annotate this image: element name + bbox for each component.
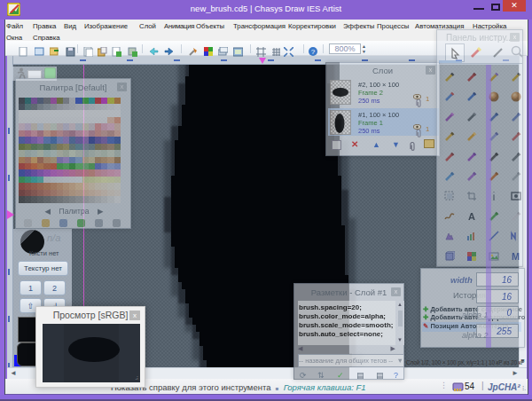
svg-text:A: A [468, 211, 475, 222]
svg-text:?: ? [311, 48, 316, 56]
svg-text:M: M [512, 251, 520, 262]
